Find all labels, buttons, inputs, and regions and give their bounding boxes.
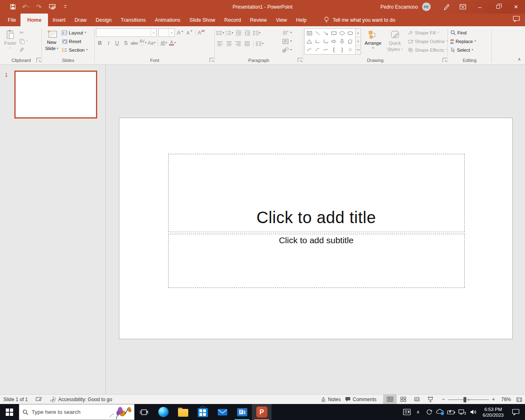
layout-button[interactable]: Layout ▾ (60, 28, 89, 37)
align-center-button[interactable] (225, 39, 233, 48)
tab-insert[interactable]: Insert (48, 14, 70, 26)
zoom-slider-handle[interactable] (463, 397, 466, 402)
change-case-button[interactable]: Aa▾ (148, 39, 155, 47)
restore-button[interactable] (489, 0, 507, 14)
find-button[interactable]: Find (449, 28, 477, 37)
shape-scribble[interactable] (305, 46, 313, 54)
tell-me-search[interactable]: Tell me what you want to do (324, 14, 395, 26)
taskbar-app-powerpoint[interactable]: P (252, 404, 272, 420)
gallery-scroll-up[interactable]: ▴ (356, 29, 361, 37)
arrange-button[interactable]: Arrange ▾ (363, 27, 383, 55)
tab-record[interactable]: Record (220, 14, 246, 26)
view-normal-button[interactable] (383, 395, 397, 404)
font-color-button[interactable]: A▾ (169, 39, 176, 47)
gallery-scroll-down[interactable]: ▾ (356, 37, 361, 46)
shape-fill-button[interactable]: Shape Fill ▾ (406, 28, 449, 37)
tray-show-hidden-button[interactable]: ∧ (413, 404, 423, 420)
select-button[interactable]: Select ▾ (449, 46, 477, 54)
tab-home[interactable]: Home (21, 14, 48, 26)
cut-button[interactable]: ✂ (18, 28, 29, 37)
task-view-button[interactable] (135, 404, 153, 420)
shape-line[interactable] (313, 29, 322, 37)
justify-button[interactable] (243, 39, 251, 48)
shape-textbox[interactable] (305, 29, 313, 37)
quick-styles-button[interactable]: Quick Styles▾ (385, 27, 405, 55)
close-button[interactable]: × (507, 0, 525, 14)
highlight-color-button[interactable]: ab▾ (160, 39, 168, 47)
shape-left-brace[interactable]: { (330, 46, 338, 54)
strikethrough-button[interactable]: abc (130, 39, 138, 47)
align-right-button[interactable] (234, 39, 242, 48)
taskbar-app-file-explorer[interactable] (173, 404, 193, 420)
drawing-dialog-launcher[interactable]: ↘ (443, 58, 447, 62)
minimize-button[interactable]: – (471, 0, 489, 14)
accessibility-checker-button[interactable]: Accessibility: Good to go (50, 396, 112, 402)
slide-thumbnail[interactable] (14, 71, 97, 119)
zoom-slider[interactable] (448, 397, 489, 402)
columns-button[interactable]: ▾ (256, 39, 263, 48)
tab-design[interactable]: Design (91, 14, 116, 26)
avatar[interactable]: PE (422, 2, 431, 11)
comments-button[interactable]: Comments (345, 397, 377, 402)
tab-review[interactable]: Review (245, 14, 271, 26)
ribbon-display-options-button[interactable] (454, 0, 471, 14)
clear-formatting-button[interactable]: A (197, 28, 205, 37)
title-placeholder[interactable]: Click to add title (168, 154, 465, 232)
view-reading-button[interactable] (410, 395, 424, 404)
font-size-combo[interactable]: ▾ (158, 28, 175, 37)
shape-triangle[interactable] (305, 37, 313, 46)
tray-battery-icon[interactable] (446, 404, 457, 420)
shape-curve[interactable] (322, 46, 330, 54)
shape-outline-button[interactable]: Shape Outline ▾ (406, 37, 449, 46)
increase-indent-button[interactable] (244, 29, 251, 37)
reset-button[interactable]: Reset (60, 37, 89, 46)
spell-check-button[interactable] (35, 396, 42, 402)
format-painter-button[interactable] (18, 46, 29, 54)
zoom-level[interactable]: 76% (500, 397, 511, 402)
tray-volume-icon[interactable] (468, 404, 479, 420)
fit-slide-button[interactable] (516, 397, 523, 402)
tab-view[interactable]: View (272, 14, 292, 26)
grow-font-button[interactable]: A▲ (176, 28, 184, 37)
widgets-button[interactable] (402, 404, 412, 420)
paste-button[interactable]: Paste ▾ (2, 27, 18, 55)
align-text-button[interactable]: ▾ (281, 37, 293, 46)
shape-right-arrow[interactable] (330, 37, 338, 46)
text-shadow-button[interactable]: S (122, 39, 130, 47)
text-direction-button[interactable]: ▾ (281, 28, 293, 37)
inking-button[interactable] (438, 0, 454, 14)
align-left-button[interactable] (216, 39, 224, 48)
account-name[interactable]: Pedro Escamoso (381, 4, 418, 10)
tab-slide-show[interactable]: Slide Show (185, 14, 220, 26)
replace-button[interactable]: abac Replace ▾ (449, 37, 477, 46)
taskbar-app-mail[interactable] (212, 404, 232, 420)
tab-transitions[interactable]: Transitions (116, 14, 150, 26)
shape-elbow-arrow-connector[interactable] (322, 37, 330, 46)
bullets-button[interactable]: ▾ (216, 29, 224, 37)
italic-button[interactable]: I (105, 39, 112, 47)
shape-freeform[interactable] (346, 37, 354, 46)
character-spacing-button[interactable]: AV↔▾ (139, 39, 147, 47)
shape-elbow-connector[interactable] (313, 37, 322, 46)
view-slide-sorter-button[interactable] (397, 395, 410, 404)
taskbar-app-store[interactable] (193, 404, 212, 420)
tray-sync-icon[interactable] (424, 404, 434, 420)
gallery-more-button[interactable] (356, 46, 361, 54)
action-center-button[interactable] (508, 404, 523, 420)
clipboard-dialog-launcher[interactable]: ↘ (37, 58, 41, 62)
taskbar-clock[interactable]: 6:53 PM 6/20/2023 (479, 406, 507, 418)
paragraph-dialog-launcher[interactable]: ↘ (298, 58, 302, 62)
new-slide-button[interactable]: New Slide▾ (43, 27, 60, 55)
shape-right-brace[interactable]: } (338, 46, 346, 54)
collapse-ribbon-button[interactable]: ∧ (518, 57, 521, 62)
shape-arrow[interactable] (322, 29, 330, 37)
start-button[interactable] (0, 404, 19, 420)
font-name-combo[interactable]: ▾ (96, 28, 157, 37)
font-dialog-launcher[interactable]: ↘ (210, 58, 214, 62)
underline-button[interactable]: U (113, 39, 121, 47)
feedback-button[interactable] (513, 16, 520, 22)
shrink-font-button[interactable]: A▼ (186, 28, 194, 37)
redo-button[interactable]: ↷ (35, 2, 43, 11)
tab-help[interactable]: Help (292, 14, 311, 26)
shape-rounded-rectangle[interactable] (346, 29, 354, 37)
